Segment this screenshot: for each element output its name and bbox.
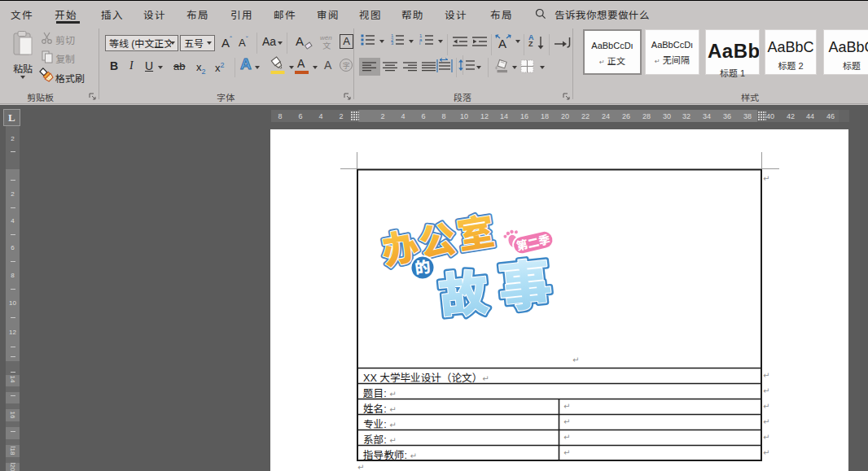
svg-text:故: 故: [436, 253, 492, 329]
svg-text:事: 事: [494, 241, 555, 322]
svg-text:的: 的: [413, 254, 432, 277]
svg-text:室: 室: [454, 202, 498, 259]
